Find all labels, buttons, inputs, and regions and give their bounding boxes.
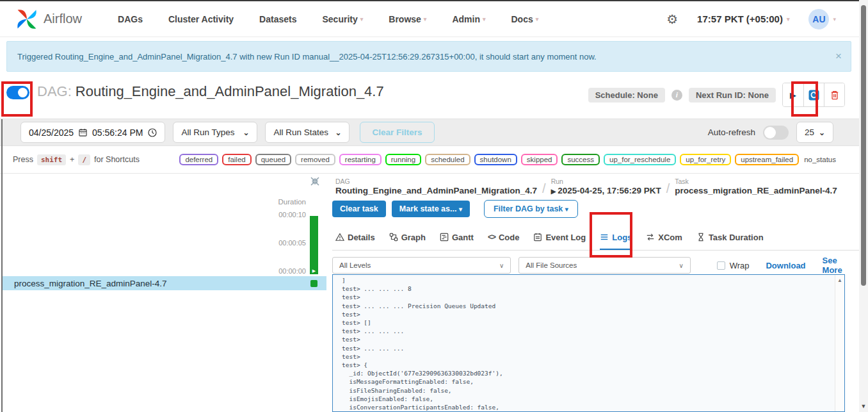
task-row[interactable]: process_migration_RE_adminPanel-4.7 <box>2 276 326 290</box>
hint-text: Press <box>13 155 33 164</box>
scroll-up-icon[interactable]: ▲ <box>835 277 844 283</box>
mark-state-label: Mark state as... <box>399 204 457 213</box>
status-badge-up-for-reschedule[interactable]: up_for_reschedule <box>604 154 676 165</box>
clear-filters-button[interactable]: Clear Filters <box>360 122 434 143</box>
status-badge-no-status[interactable]: no_status <box>803 155 837 164</box>
task-state-square[interactable] <box>310 280 317 287</box>
status-badge-queued[interactable]: queued <box>255 154 291 165</box>
tab-label: Details <box>348 233 375 242</box>
refresh-icon <box>808 90 819 101</box>
toggle-knob <box>764 127 776 138</box>
status-badge-running[interactable]: running <box>385 154 421 165</box>
log-output-panel[interactable]: ]test> ... ... ... 8test>test> ... ... .… <box>332 274 845 412</box>
status-badge-scheduled[interactable]: scheduled <box>425 154 470 165</box>
crumb-label: DAG <box>335 177 537 185</box>
tab-event-log[interactable]: Event Log <box>533 233 586 242</box>
wrap-checkbox[interactable] <box>717 261 725 270</box>
info-icon[interactable]: i <box>671 90 682 101</box>
close-icon[interactable]: × <box>835 50 842 63</box>
breadcrumb-task[interactable]: Task process_migration_RE_adminPanel-4.7 <box>675 177 837 195</box>
clock-dropdown[interactable]: 17:57 PKT (+05:00) ▾ <box>697 13 789 24</box>
clock-icon <box>148 128 157 137</box>
nav-item-label: Docs <box>511 14 533 24</box>
status-badge-restarting[interactable]: restarting <box>339 154 382 165</box>
page-size-select[interactable]: 25 ⌄ <box>796 122 833 143</box>
tab-details[interactable]: Details <box>335 233 375 242</box>
grid-panel: Duration 00:00:1000:00:0500:00:00 ▶ proc… <box>0 174 326 412</box>
breadcrumb-dag[interactable]: DAG Routing_Engine_and_AdminPanel_Migrat… <box>335 177 537 195</box>
see-more-link[interactable]: See More <box>823 256 859 275</box>
filter-dag-label: Filter DAG by task <box>494 204 563 213</box>
nav-item-datasets[interactable]: Datasets <box>259 14 296 24</box>
gear-icon[interactable]: ⚙ <box>666 12 678 27</box>
manual-run-icon: ▶ <box>551 188 556 195</box>
log-levels-select[interactable]: All Levels ∨ <box>332 257 511 274</box>
status-badge-deferred[interactable]: deferred <box>179 154 218 165</box>
page-scrollbar[interactable]: ▼ <box>859 0 868 412</box>
tab-graph[interactable]: Graph <box>389 233 426 242</box>
status-badge-upstream-failed[interactable]: upstream_failed <box>735 154 799 165</box>
clear-task-button[interactable]: Clear task <box>332 201 386 217</box>
log-line: test> <box>342 352 844 361</box>
dag-header-row: DAG:Routing_Engine_and_AdminPanel_Migrat… <box>0 72 859 119</box>
user-menu[interactable]: AU ▾ <box>808 9 836 29</box>
status-badge-removed[interactable]: removed <box>295 154 335 165</box>
date-value: 04/25/2025 <box>29 128 74 138</box>
log-toolbar: All Levels ∨ All File Sources ∨ Wrap Dow… <box>332 256 859 275</box>
status-badge-shutdown[interactable]: shutdown <box>474 154 517 165</box>
reparse-dag-button[interactable] <box>803 83 824 106</box>
tab-label: XCom <box>658 233 682 242</box>
log-line: isConversationParticipantsEnabled: false… <box>342 403 844 411</box>
log-scrollbar[interactable]: ▲ <box>835 275 844 411</box>
avatar[interactable]: AU <box>808 9 829 29</box>
status-badge-success[interactable]: success <box>561 154 600 165</box>
base-date-input[interactable]: 04/25/2025 05:56:24 PM <box>20 122 165 143</box>
nav-item-browse[interactable]: Browse▾ <box>389 14 426 24</box>
nav-item-admin[interactable]: Admin▾ <box>452 14 485 24</box>
nav-menu: DAGsCluster ActivityDatasetsSecurity▾Bro… <box>118 14 538 24</box>
scrollbar-thumb[interactable] <box>861 5 866 286</box>
trigger-alert-banner: Triggered Routing_Engine_and_AdminPanel_… <box>6 41 851 72</box>
tab-code[interactable]: <>Code <box>488 233 520 242</box>
tab-gantt[interactable]: Gantt <box>440 233 474 242</box>
window-top-edge <box>0 0 868 1</box>
delete-dag-button[interactable] <box>824 83 844 106</box>
nav-item-security[interactable]: Security▾ <box>322 14 363 24</box>
run-duration-bar[interactable]: ▶ <box>310 216 318 274</box>
nav-item-docs[interactable]: Docs▾ <box>511 14 538 24</box>
log-line: test> ... ... ... <box>342 344 844 352</box>
dag-pause-toggle[interactable] <box>6 86 29 99</box>
nav-item-label: Datasets <box>259 14 296 24</box>
graph-icon <box>389 233 398 242</box>
nav-item-dags[interactable]: DAGs <box>118 14 143 24</box>
nav-item-cluster-activity[interactable]: Cluster Activity <box>168 14 234 24</box>
tab-xcom[interactable]: XCom <box>646 233 682 242</box>
breadcrumb-run[interactable]: Run ▶2025-04-25, 17:56:29 PKT <box>551 177 661 195</box>
log-line: test> ... ... ... Precision Queues Updat… <box>342 302 844 310</box>
nav-item-label: Security <box>322 14 357 24</box>
run-types-select[interactable]: All Run Types ⌄ <box>173 122 257 143</box>
download-link[interactable]: Download <box>766 261 805 270</box>
mark-state-button[interactable]: Mark state as... ▾ <box>392 201 470 217</box>
status-badge-skipped[interactable]: skipped <box>521 154 558 165</box>
file-sources-select[interactable]: All File Sources ∨ <box>518 257 690 274</box>
crumb-value: 2025-04-25, 17:56:29 PKT <box>558 186 661 195</box>
tab-bar: DetailsGraphGantt<>CodeEvent LogLogsXCom… <box>332 224 859 251</box>
tab-logs[interactable]: Logs <box>600 233 632 242</box>
run-states-value: All Run States <box>273 128 328 137</box>
scroll-down-icon[interactable]: ▼ <box>859 403 868 409</box>
detail-panel: DAG Routing_Engine_and_AdminPanel_Migrat… <box>326 174 859 412</box>
trigger-dag-button[interactable]: ▶ <box>783 83 803 106</box>
chevron-down-icon: ∨ <box>679 262 683 269</box>
tab-task-duration[interactable]: Task Duration <box>696 233 764 242</box>
status-badge-failed[interactable]: failed <box>222 154 252 165</box>
chevron-down-icon: ⌄ <box>243 128 249 137</box>
run-states-select[interactable]: All Run States ⌄ <box>265 122 350 143</box>
caret-down-icon: ▾ <box>483 16 486 22</box>
collapse-grid-icon[interactable] <box>310 177 319 186</box>
crumb-value: Routing_Engine_and_AdminPanel_Migration_… <box>335 186 537 195</box>
status-badge-up-for-retry[interactable]: up_for_retry <box>680 154 731 165</box>
filter-dag-button[interactable]: Filter DAG by task ▾ <box>484 200 578 218</box>
auto-refresh-toggle[interactable] <box>763 126 789 140</box>
caret-down-icon: ▾ <box>833 16 836 22</box>
